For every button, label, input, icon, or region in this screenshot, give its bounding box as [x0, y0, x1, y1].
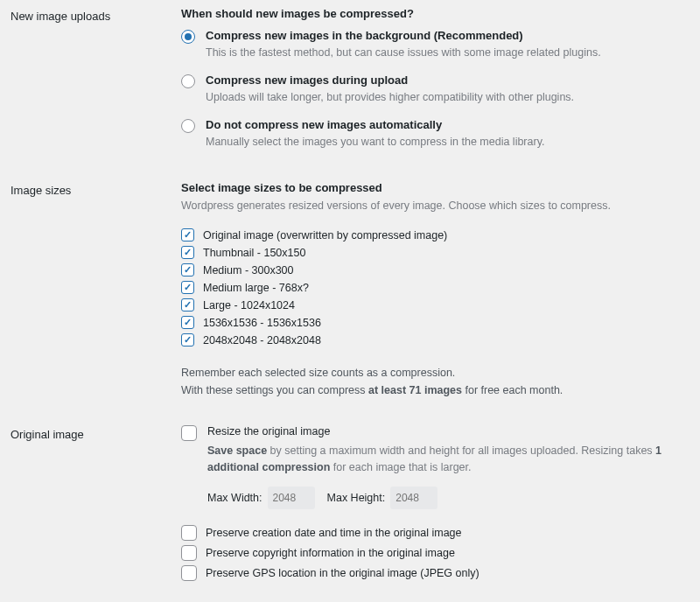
sizes-subtext: Wordpress generates resized versions of …	[181, 198, 684, 214]
upload-option-background[interactable]: Compress new images in the background (R…	[181, 29, 684, 61]
size-label: Medium - 300x300	[203, 264, 294, 276]
resize-desc-mid: by setting a maximum width and height fo…	[267, 444, 655, 457]
radio-title: Do not compress new images automatically	[206, 118, 544, 131]
resize-original-block: Resize the original image Save space by …	[181, 425, 684, 509]
size-option-2048[interactable]: 2048x2048 - 2048x2048	[181, 333, 684, 346]
size-label: 2048x2048 - 2048x2048	[203, 334, 321, 346]
size-label: 1536x1536 - 1536x1536	[203, 317, 321, 329]
sizes-footnote: Remember each selected size counts as a …	[181, 364, 684, 399]
size-label: Large - 1024x1024	[203, 299, 295, 312]
preserve-option-gps[interactable]: Preserve GPS location in the original im…	[181, 565, 684, 581]
checkbox-icon	[181, 316, 194, 329]
radio-desc: This is the fastest method, but can caus…	[206, 45, 601, 61]
max-width-label: Max Width:	[207, 492, 262, 504]
upload-option-during-upload[interactable]: Compress new images during upload Upload…	[181, 74, 684, 106]
section-body-uploads: When should new images be compressed? Co…	[181, 7, 684, 162]
radio-icon	[181, 119, 195, 133]
resize-dimensions-row: Max Width: Max Height:	[207, 486, 684, 509]
section-body-original: Resize the original image Save space by …	[181, 425, 684, 585]
preserve-label: Preserve copyright information in the or…	[206, 547, 455, 559]
section-original-image: Original image Resize the original image…	[10, 425, 684, 585]
section-label-uploads: New image uploads	[10, 7, 181, 23]
preserve-label: Preserve GPS location in the original im…	[206, 567, 480, 579]
size-option-1536[interactable]: 1536x1536 - 1536x1536	[181, 316, 684, 329]
section-body-sizes: Select image sizes to be compressed Word…	[181, 181, 684, 399]
checkbox-icon	[181, 545, 197, 561]
size-option-large[interactable]: Large - 1024x1024	[181, 298, 684, 312]
checkbox-icon	[181, 281, 194, 294]
checkbox-icon	[181, 246, 194, 259]
footnote-line2-bold: at least 71 images	[368, 384, 462, 396]
radio-title: Compress new images in the background (R…	[206, 29, 601, 42]
radio-desc: Manually select the images you want to c…	[206, 134, 544, 150]
max-height-label: Max Height:	[327, 492, 386, 504]
preserve-list: Preserve creation date and time in the o…	[181, 525, 684, 581]
checkbox-icon	[181, 228, 194, 242]
sizes-heading: Select image sizes to be compressed	[181, 181, 684, 194]
preserve-label: Preserve creation date and time in the o…	[206, 527, 462, 539]
size-label: Thumbnail - 150x150	[203, 247, 305, 259]
max-height-input[interactable]	[390, 486, 438, 509]
size-option-medium[interactable]: Medium - 300x300	[181, 263, 684, 276]
radio-icon	[181, 30, 195, 44]
section-label-original: Original image	[10, 425, 181, 441]
footnote-line2-post: for free each month.	[462, 384, 563, 396]
upload-option-none[interactable]: Do not compress new images automatically…	[181, 118, 684, 150]
section-new-image-uploads: New image uploads When should new images…	[10, 7, 684, 162]
footnote-line1: Remember each selected size counts as a …	[181, 367, 455, 379]
sizes-list: Original image (overwritten by compresse…	[181, 228, 684, 346]
resize-desc: Save space by setting a maximum width an…	[207, 443, 684, 476]
size-option-thumbnail[interactable]: Thumbnail - 150x150	[181, 246, 684, 259]
preserve-option-copyright[interactable]: Preserve copyright information in the or…	[181, 545, 684, 561]
resize-desc-bold1: Save space	[207, 444, 267, 457]
resize-desc-end: for each image that is larger.	[330, 461, 471, 473]
preserve-option-date[interactable]: Preserve creation date and time in the o…	[181, 525, 684, 541]
checkbox-icon	[181, 565, 197, 581]
checkbox-icon	[181, 263, 194, 276]
resize-title: Resize the original image	[207, 425, 684, 438]
checkbox-icon	[181, 525, 197, 541]
uploads-heading: When should new images be compressed?	[181, 7, 684, 20]
section-image-sizes: Image sizes Select image sizes to be com…	[10, 181, 684, 399]
resize-checkbox[interactable]	[181, 425, 197, 441]
radio-icon	[181, 74, 195, 88]
checkbox-icon	[181, 333, 194, 346]
size-option-medium-large[interactable]: Medium large - 768x?	[181, 281, 684, 294]
checkbox-icon	[181, 298, 194, 312]
section-label-sizes: Image sizes	[10, 181, 181, 197]
footnote-line2-pre: With these settings you can compress	[181, 384, 368, 396]
radio-title: Compress new images during upload	[206, 74, 574, 87]
size-label: Medium large - 768x?	[203, 282, 309, 294]
size-label: Original image (overwritten by compresse…	[203, 229, 447, 242]
size-option-original[interactable]: Original image (overwritten by compresse…	[181, 228, 684, 242]
radio-desc: Uploads will take longer, but provides h…	[206, 89, 574, 106]
max-width-input[interactable]	[268, 486, 315, 509]
